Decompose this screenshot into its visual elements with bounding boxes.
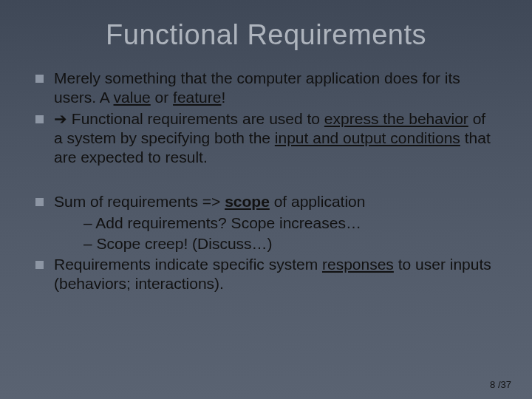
bullet-square-icon [35,75,44,83]
slide: Functional Requirements Merely something… [0,0,532,399]
text-underline: value [114,89,151,106]
bullet-group-1: Merely something that the computer appli… [35,69,497,167]
text-run: of application [270,193,366,210]
bullet-text: Sum of requirements => scope of applicat… [54,192,497,253]
text-underline: express the behavior [324,110,468,127]
text-underline: input and output conditions [275,129,460,146]
text-run: ! [221,89,225,106]
bullet-square-icon [35,198,44,206]
bullet-item: Merely something that the computer appli… [35,69,497,108]
sub-bullet: – Scope creep! (Discuss…) [54,234,497,253]
text-run: Functional requirements are used to [67,110,324,127]
page-number: 8 /37 [490,379,511,390]
text-run: or [151,89,173,106]
bullet-text: ➔ Functional requirements are used to ex… [54,109,497,168]
bullet-text: Requirements indicate specific system re… [54,255,497,294]
arrow-icon: ➔ [54,110,67,127]
bullet-item: Requirements indicate specific system re… [35,255,497,294]
text-underline: responses [322,256,394,273]
text-run: Sum of requirements => [54,193,225,210]
sub-bullet: – Add requirements? Scope increases… [54,214,497,233]
bullet-text: Merely something that the computer appli… [54,69,497,108]
slide-content: Merely something that the computer appli… [0,55,532,294]
text-run: Requirements indicate specific system [54,256,322,273]
text-underline: feature [173,89,221,106]
bullet-square-icon [35,261,44,269]
slide-title: Functional Requirements [0,0,532,55]
text-bold-underline: scope [225,193,270,210]
bullet-item: Sum of requirements => scope of applicat… [35,192,497,253]
bullet-square-icon [35,115,44,123]
bullet-item: ➔ Functional requirements are used to ex… [35,109,497,168]
bullet-group-2: Sum of requirements => scope of applicat… [35,192,497,293]
